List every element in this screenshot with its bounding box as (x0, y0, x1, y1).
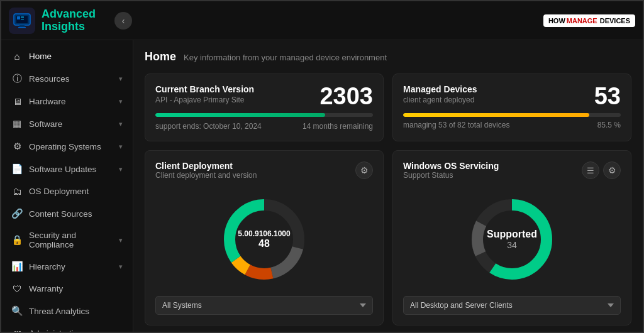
sidebar: ⌂ Home ⓘ Resources ▾ 🖥 Hardware ▾ ▦ Soft… (1, 40, 133, 333)
branch-footer: support ends: October 10, 2024 14 months… (155, 122, 373, 131)
logo-text: Advanced Insights (42, 8, 96, 33)
logo-area: Advanced Insights ‹ (9, 8, 543, 34)
windows-header: Windows OS Servicing Support Status ☰ ⚙ (403, 161, 621, 180)
sidebar-item-warranty[interactable]: 🛡 Warranty (1, 278, 133, 300)
logo-title: Advanced (42, 8, 96, 21)
app-logo-icon (9, 8, 35, 34)
branch-version-number: 2303 (319, 84, 373, 108)
managed-footer-right: 85.5 % (597, 121, 621, 129)
security-icon: 🔒 (11, 234, 23, 246)
client-donut-chart: 5.00.9106.1000 48 (217, 192, 311, 287)
svg-rect-3 (21, 16, 24, 18)
managed-footer: managing 53 of 82 total devices 85.5 % (403, 121, 621, 129)
chevron-down-icon: ▾ (119, 236, 123, 244)
software-icon: ▦ (11, 118, 23, 129)
branch-months-remaining: 14 months remaining (303, 122, 373, 131)
windows-actions: ☰ ⚙ (582, 161, 621, 179)
managed-header: Managed Devices client agent deployed 53 (403, 84, 621, 108)
chevron-down-icon: ▾ (119, 97, 123, 106)
top-bar: Advanced Insights ‹ HOW MANAGE DEVICES (1, 1, 643, 40)
chevron-down-icon: ▾ (119, 263, 123, 271)
chevron-down-icon: ▾ (119, 75, 123, 83)
sidebar-item-content-sources[interactable]: 🔗 Content Sources (1, 202, 133, 225)
back-button[interactable]: ‹ (114, 12, 132, 30)
branch-header: Current Branch Version API - Apajave Pri… (155, 84, 373, 108)
client-deployment-card: Client Deployment Client deployment and … (145, 150, 384, 325)
windows-donut-count: 34 (487, 241, 537, 251)
home-icon: ⌂ (11, 51, 23, 62)
content-area: Home Key information from your managed d… (133, 40, 643, 333)
sidebar-item-security[interactable]: 🔒 Security and Compliance ▾ (1, 225, 133, 255)
client-donut-count: 48 (238, 238, 290, 249)
branch-version-card: Current Branch Version API - Apajave Pri… (145, 74, 384, 141)
sidebar-item-os-deployment[interactable]: 🗂 OS Deployment (1, 180, 133, 202)
windows-os-servicing-card: Windows OS Servicing Support Status ☰ ⚙ (392, 150, 631, 325)
sidebar-item-operating-systems[interactable]: ⚙ Operating Systems ▾ (1, 135, 133, 158)
windows-title: Windows OS Servicing (403, 161, 499, 171)
managed-count: 53 (594, 84, 621, 108)
client-donut-label: 5.00.9106.1000 (238, 229, 290, 238)
windows-subtitle: Support Status (403, 171, 499, 180)
managed-subtitle: client agent deployed (403, 96, 477, 104)
how-to-manage-devices-badge: HOW MANAGE DEVICES (543, 14, 635, 27)
windows-list-button[interactable]: ☰ (582, 161, 599, 179)
svg-rect-5 (18, 27, 26, 28)
badge-how: HOW (548, 17, 565, 25)
client-title: Client Deployment (155, 161, 257, 171)
branch-progress-bar (155, 113, 373, 117)
windows-clients-select[interactable]: All Desktop and Server Clients Workstati… (403, 296, 621, 315)
client-header: Client Deployment Client deployment and … (155, 161, 373, 180)
page-header: Home Key information from your managed d… (145, 50, 631, 63)
windows-settings-button[interactable]: ⚙ (603, 161, 621, 179)
windows-donut-chart: Supported 34 (465, 192, 559, 287)
client-donut-center: 5.00.9106.1000 48 (238, 229, 290, 249)
sidebar-item-hierarchy[interactable]: 📊 Hierarchy ▾ (1, 255, 133, 278)
chevron-down-icon: ▾ (119, 329, 123, 333)
svg-rect-4 (21, 19, 24, 20)
sidebar-item-software[interactable]: ▦ Software ▾ (1, 112, 133, 135)
sidebar-item-label: Resources (29, 74, 113, 84)
threat-analytics-icon: 🔍 (11, 305, 23, 317)
main-layout: ⌂ Home ⓘ Resources ▾ 🖥 Hardware ▾ ▦ Soft… (1, 40, 643, 333)
sidebar-item-label: Content Sources (29, 209, 123, 219)
client-donut-container: 5.00.9106.1000 48 (155, 186, 373, 290)
sidebar-item-administration[interactable]: 🗃 Administration ▾ (1, 322, 133, 333)
windows-donut-label: Supported (487, 228, 537, 240)
sidebar-item-threat-analytics[interactable]: 🔍 Threat Analytics (1, 300, 133, 322)
badge-devices: DEVICES (600, 17, 630, 25)
sidebar-item-home[interactable]: ⌂ Home (1, 45, 133, 67)
sidebar-item-label: Administration (29, 329, 113, 333)
sidebar-item-label: Security and Compliance (29, 231, 113, 249)
sidebar-item-label: Operating Systems (29, 142, 113, 151)
windows-donut-container: Supported 34 (403, 186, 621, 290)
managed-progress-fill (403, 113, 589, 117)
branch-subtitle: API - Apajave Primary Site (155, 96, 254, 104)
sidebar-item-label: OS Deployment (29, 187, 123, 196)
os-icon: ⚙ (11, 141, 23, 152)
client-systems-select[interactable]: All Systems Workstations Servers (155, 296, 373, 315)
sidebar-item-label: Hierarchy (29, 262, 113, 271)
hardware-icon: 🖥 (11, 96, 23, 107)
page-subtitle: Key information from your managed device… (184, 53, 387, 62)
logo-subtitle: Insights (42, 21, 96, 33)
sidebar-item-software-updates[interactable]: 📄 Software Updates ▾ (1, 158, 133, 180)
sidebar-item-label: Software Updates (29, 165, 113, 174)
page-title: Home (145, 50, 176, 63)
updates-icon: 📄 (11, 163, 23, 175)
chevron-down-icon: ▾ (119, 165, 123, 173)
chevron-down-icon: ▾ (119, 120, 123, 128)
sidebar-item-label: Home (29, 52, 123, 61)
managed-footer-left: managing 53 of 82 total devices (403, 121, 509, 129)
hierarchy-icon: 📊 (11, 261, 23, 272)
os-deployment-icon: 🗂 (11, 186, 23, 197)
branch-progress-fill (155, 113, 325, 117)
client-settings-button[interactable]: ⚙ (355, 161, 373, 179)
sidebar-item-resources[interactable]: ⓘ Resources ▾ (1, 67, 133, 90)
warranty-icon: 🛡 (11, 283, 23, 294)
managed-progress-bar (403, 113, 621, 117)
sidebar-item-label: Threat Analytics (29, 307, 123, 316)
managed-devices-card: Managed Devices client agent deployed 53… (392, 74, 631, 141)
badge-manage: MANAGE (567, 17, 597, 25)
sidebar-item-hardware[interactable]: 🖥 Hardware ▾ (1, 90, 133, 112)
windows-donut-center: Supported 34 (487, 228, 537, 250)
